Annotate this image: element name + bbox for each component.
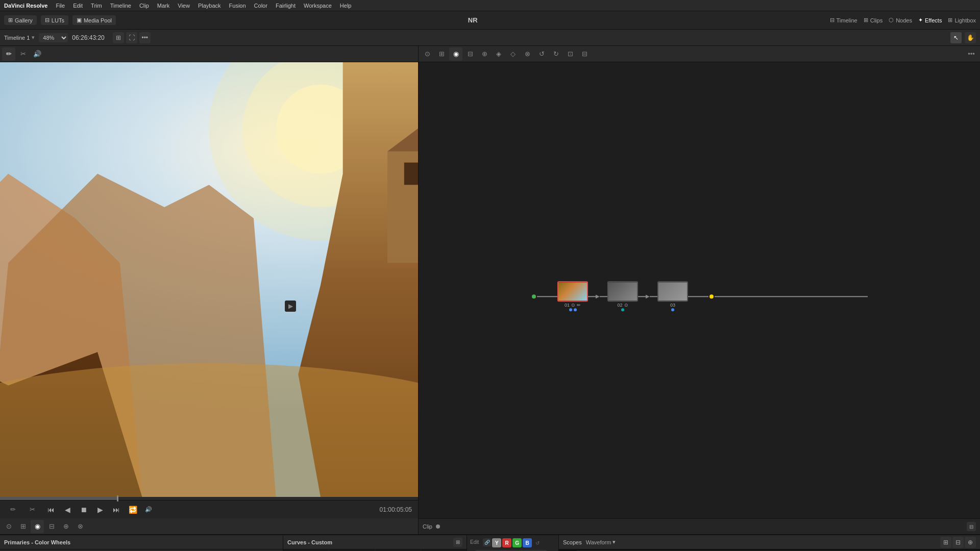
transport-timecode: 01:00:05:05 [380,506,412,513]
node-graph: 01 ⊙ ✏ ▶ [531,281,868,311]
menu-mark[interactable]: Mark [157,3,169,9]
loop-btn[interactable]: 🔁 [127,504,139,516]
node-3-thumb[interactable] [657,281,688,302]
cursor-icon[interactable]: ✂ [26,503,39,516]
curves-resize-btn[interactable]: ⊞ [453,538,462,547]
wire-4 [638,296,646,297]
menu-trim[interactable]: Trim [91,3,102,9]
menu-fusion[interactable]: Fusion [229,3,246,9]
effects-view-btn[interactable]: ✦ Effects [918,17,942,23]
menu-fairlight[interactable]: Fairlight [276,3,296,9]
channel-y-btn[interactable]: Y [492,538,501,547]
node-more-btn[interactable]: ••• [965,47,978,61]
timeline-dropdown-icon[interactable]: ▾ [32,34,35,41]
node-tool-11[interactable]: ⊡ [564,47,577,61]
edit-reset-all-btn[interactable]: ↺ [534,539,541,546]
fullscreen-btn[interactable]: ⛶ [126,32,137,43]
effects-icon: ✦ [918,17,923,23]
zoom-select[interactable]: 48% 25% 50% 75% 100% [39,33,68,42]
skip-start-btn[interactable]: ⏮ [45,504,57,516]
clip-status-dot [436,524,440,529]
lightbox-view-btn[interactable]: ⊞ Lightbox [948,17,976,23]
nodes-view-btn[interactable]: ⬡ Nodes [889,17,912,23]
select-tool-btn[interactable]: ↖ [950,32,962,43]
clip-options-btn[interactable]: ⊟ [967,522,976,531]
node-3[interactable]: 03 [657,281,688,311]
waveform-dropdown[interactable]: Waveform ▾ [586,539,616,545]
node-tool-8[interactable]: ⊗ [521,47,534,61]
channel-r-btn[interactable]: R [502,538,511,547]
lightbox-icon: ⊞ [948,17,952,23]
pen-tool-btn[interactable]: ✏ [2,47,15,61]
menu-clip[interactable]: Clip [139,3,149,9]
skip-end-btn[interactable]: ⏭ [110,504,122,516]
hand-tool-btn[interactable]: ✋ [965,32,976,43]
channel-g-btn[interactable]: G [512,538,522,547]
node-1-label: 01 ⊙ ✏ [565,303,581,308]
output-node-point [709,294,714,298]
menu-timeline[interactable]: Timeline [110,3,131,9]
color-tool-5[interactable]: ⊕ [59,520,72,533]
clips-icon: ⊞ [864,17,868,23]
playback-thumb [117,495,118,502]
gallery-button[interactable]: ⊞ Gallery [4,15,37,25]
node-tool-5[interactable]: ⊕ [478,47,491,61]
edit-title: Edit [470,539,479,545]
color-tool-6[interactable]: ⊗ [74,520,87,533]
menu-view[interactable]: View [178,3,190,9]
playback-bar[interactable] [0,497,418,500]
scope-layout-2-btn[interactable]: ⊟ [952,537,964,548]
audio-btn[interactable]: 🔊 [31,47,44,61]
menu-workspace[interactable]: Workspace [304,3,332,9]
node-2[interactable]: 02 ⊙ [607,281,638,311]
menu-color[interactable]: Color [254,3,267,9]
node-tool-3[interactable]: ◉ [449,47,462,61]
menu-file[interactable]: File [56,3,65,9]
node-tool-12[interactable]: ⊟ [578,47,591,61]
gallery-icon: ⊞ [8,17,13,23]
svg-rect-16 [0,62,418,497]
more-options-btn[interactable]: ••• [139,32,151,43]
channel-b-btn[interactable]: B [523,538,532,547]
node-2-thumb[interactable] [607,281,638,302]
node-tool-2[interactable]: ⊞ [435,47,448,61]
edit-link-btn[interactable]: 🔗 [483,538,491,546]
prev-frame-btn[interactable]: ◀ [61,504,74,516]
color-tool-4[interactable]: ⊟ [45,520,58,533]
node-tool-9[interactable]: ↺ [535,47,548,61]
media-pool-button[interactable]: ▣ Media Pool [72,15,116,25]
curves-panel: Curves - Custom ⊞ [283,535,467,551]
timeline-view-btn[interactable]: ⊟ Timeline [830,17,857,23]
toolbar-right: ⊟ Timeline ⊞ Clips ⬡ Nodes ✦ Effects ⊞ L… [830,17,976,23]
mask-tool-btn[interactable]: ✂ [16,47,30,61]
color-tool-1[interactable]: ⊙ [2,520,15,533]
timeline-icon: ⊟ [830,17,835,23]
view-icons: ⊞ ⛶ ••• [113,32,151,43]
clips-view-btn[interactable]: ⊞ Clips [864,17,883,23]
node-tool-4[interactable]: ⊟ [463,47,477,61]
menu-edit[interactable]: Edit [73,3,83,9]
scope-layout-1-btn[interactable]: ⊞ [940,537,951,548]
node-tool-6[interactable]: ◈ [492,47,505,61]
node-tool-10[interactable]: ↻ [549,47,562,61]
luts-button[interactable]: ⊟ LUTs [41,15,68,25]
node-1[interactable]: 01 ⊙ ✏ [557,281,588,311]
fit-view-btn[interactable]: ⊞ [113,32,124,43]
node-1-thumb[interactable] [557,281,588,302]
menu-help[interactable]: Help [340,3,352,9]
scope-settings-btn[interactable]: ⊕ [965,537,976,548]
clip-label: Clip [423,523,440,530]
node-tool-1[interactable]: ⊙ [421,47,434,61]
node-tool-7[interactable]: ◇ [506,47,520,61]
color-tool-3[interactable]: ◉ [31,520,44,533]
curves-play-btn[interactable]: ▶ [285,300,296,312]
transport-controls: ⏮ ◀ ⏹ ▶ ⏭ 🔁 [45,504,139,516]
node-2-label: 02 ⊙ [617,303,628,308]
waveform-icon[interactable]: ✏ [6,503,19,516]
menu-playback[interactable]: Playback [198,3,221,9]
audio-toggle-btn[interactable]: 🔊 [145,506,152,513]
stop-btn[interactable]: ⏹ [78,504,90,516]
play-btn[interactable]: ▶ [94,504,106,516]
color-tool-2[interactable]: ⊞ [16,520,30,533]
node-3-bg [658,282,687,300]
